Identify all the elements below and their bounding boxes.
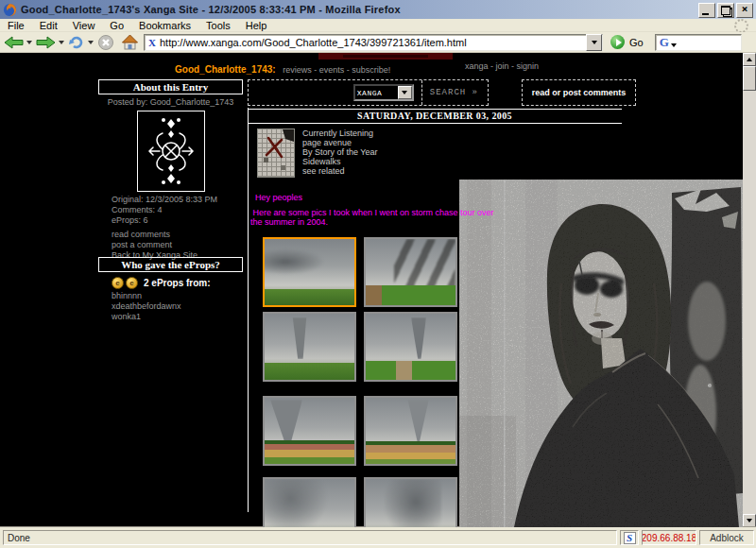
listening-see-related[interactable]: see related [302,166,378,176]
go-button[interactable]: Go [610,35,644,49]
tornado-photo[interactable] [364,312,457,382]
close-button[interactable]: × [736,3,753,18]
sidebar-link[interactable]: post a comment [112,240,198,250]
status-bar: Done S 209.66.88.18 Adblock [0,527,756,548]
entry-meta-line: eProps: 6 [112,215,217,226]
entry-meta: Original: 12/3/2005 8:33 PMComments: 4eP… [112,195,217,226]
username-link[interactable]: Good_Charlotte_1743: [175,64,276,75]
navigation-toolbar: X Go G [0,32,756,53]
showip-extension-icon[interactable]: S [620,530,639,545]
crow-poster-image [459,180,743,527]
server-ip-address[interactable]: 209.66.88.18 [642,530,696,545]
listening-track[interactable]: Sidewalks [302,157,378,166]
window-titlebar: Good_Charlotte_1743's Xanga Site - 12/3/… [0,0,756,19]
tornado-photo[interactable] [364,477,457,527]
vertical-scrollbar[interactable] [743,53,756,527]
tornado-photo[interactable] [364,396,457,466]
entry-body-line: the summer in 2004. [250,217,494,227]
tornado-photo[interactable] [263,312,356,382]
menu-items: FileEditViewGoBookmarksToolsHelp [0,20,274,31]
web-search-input[interactable]: G [655,34,742,51]
eprops-users-list: bhinnnnxdeathbefordawnxwonka1 [112,291,181,322]
scroll-down-button[interactable] [743,514,756,527]
menu-item[interactable]: Edit [32,20,65,31]
status-message: Done [3,530,617,545]
eprops-user-link[interactable]: xdeathbefordawnx [112,301,181,312]
menu-item[interactable]: Bookmarks [131,20,198,31]
reload-button[interactable] [68,34,85,51]
who-gave-eprops-header: Who gave the eProps? [98,257,243,272]
scrollbar-thumb[interactable] [743,66,756,91]
google-logo-icon: G [656,35,669,50]
back-dropdown-icon[interactable] [26,41,32,44]
xanga-search-select[interactable]: XANGA [353,84,414,101]
throbber-icon [734,19,748,33]
forward-button[interactable] [36,35,56,50]
entry-greeting: Hey peoples [255,193,302,202]
window-title: Good_Charlotte_1743's Xanga Site - 12/3/… [21,4,401,15]
menu-item[interactable]: Go [102,20,131,31]
url-dropdown-button[interactable] [586,34,602,51]
adblock-status-button[interactable]: Adblock [699,530,754,545]
menu-bar: FileEditViewGoBookmarksToolsHelp [0,19,756,32]
eprop-coin-icon: e [126,277,138,289]
entry-body: Here are some pics I took when I went on… [250,208,494,227]
listening-label: Currently Listening [302,128,378,138]
minimize-button[interactable] [698,3,715,18]
weblog-banner-remnant [318,53,453,60]
tornado-photo[interactable] [364,237,457,307]
read-or-post-comments-link[interactable]: read or post comments [522,79,636,106]
header-links-left[interactable]: reviews - events - subscribe! [283,65,390,75]
go-icon [610,35,625,49]
currently-listening-block: Currently Listening page avenue By Story… [302,128,378,176]
stop-button[interactable] [97,34,114,51]
about-this-entry-header: About this Entry [98,79,243,94]
photo-grid [263,237,457,527]
menu-item[interactable]: Tools [198,20,238,31]
search-submit[interactable]: SEARCH » [430,88,478,97]
posted-by-label: Posted by: Good_Charlotte_1743 [98,97,243,107]
gothic-ornament-image [137,111,205,192]
reload-dropdown-icon[interactable] [88,41,94,44]
select-dropdown-icon[interactable] [398,86,412,99]
url-input[interactable] [160,36,586,49]
entry-column-border [248,108,249,512]
home-button[interactable] [121,34,139,50]
firefox-logo-icon [3,3,17,17]
menu-item[interactable]: Help [238,20,275,31]
tornado-photo[interactable] [263,396,356,466]
xanga-page-header: Good_Charlotte_1743: reviews - events - … [175,60,390,73]
menu-item[interactable]: View [65,20,103,31]
url-bar: X [144,34,603,51]
album-art-image[interactable] [257,128,295,178]
back-button[interactable] [4,35,24,50]
forward-dropdown-icon[interactable] [59,41,64,44]
eprops-summary: e e 2 eProps from: [112,277,211,289]
eprops-user-link[interactable]: bhinnnn [112,291,181,301]
listening-album[interactable]: page avenue [302,138,378,147]
entry-meta-line: Original: 12/3/2005 8:33 PM [112,195,217,205]
browser-viewport: Good_Charlotte_1743: reviews - events - … [0,53,743,527]
header-links-right[interactable]: xanga - join - signin [465,61,539,71]
entry-body-line: Here are some pics I took when I went on… [250,208,494,217]
tornado-photo[interactable] [263,237,356,307]
restore-button[interactable] [717,3,734,18]
menu-item[interactable]: File [0,20,32,31]
site-favicon: X [145,37,160,48]
scroll-up-button[interactable] [743,53,756,66]
xanga-search-form: XANGA SEARCH » [248,79,489,106]
entry-meta-line: Comments: 4 [112,205,217,215]
tornado-photo[interactable] [263,477,356,527]
search-engine-dropdown-icon[interactable] [671,43,677,47]
eprops-user-link[interactable]: wonka1 [112,312,181,322]
eprop-coin-icon: e [112,277,124,289]
entry-date-header: SATURDAY, DECEMBER 03, 2005 [248,109,622,124]
sidebar-link[interactable]: read comments [112,230,198,240]
listening-artist: By Story of the Year [302,147,378,157]
